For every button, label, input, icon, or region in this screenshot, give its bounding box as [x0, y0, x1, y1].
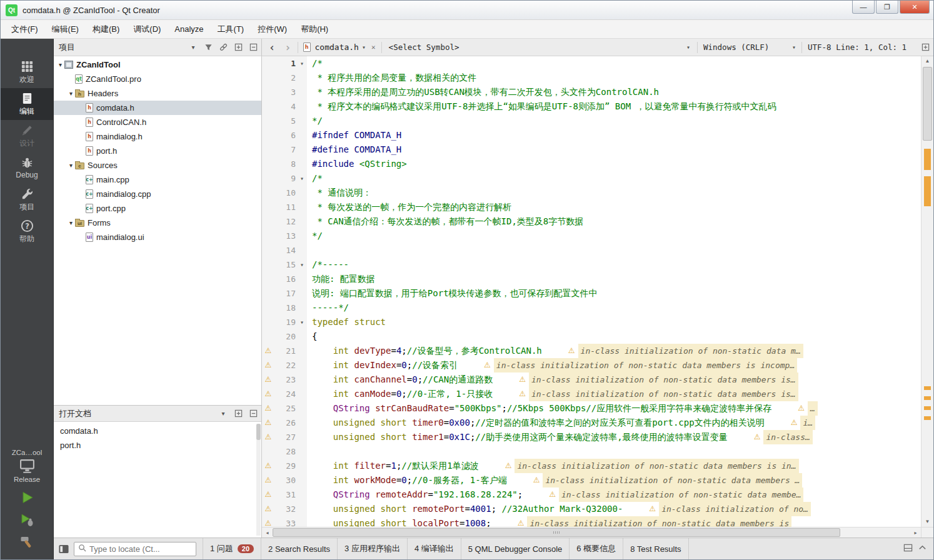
code-line-23[interactable]: ⚠23 int canChannel=0;//CAN的通道路数⚠in-class… — [262, 372, 921, 387]
tree-item[interactable]: hmaindialog.h — [54, 129, 261, 144]
tree-item[interactable]: hControlCAN.h — [54, 115, 261, 129]
code-line-25[interactable]: ⚠25 QString strCanBaudRate="500Kbps";//5… — [262, 401, 921, 416]
tree-item[interactable]: uimaindialog.ui — [54, 230, 261, 244]
code-line-30[interactable]: ⚠30 int workMode=0;//0-服务器, 1-客户端⚠in-cla… — [262, 473, 921, 488]
tree-item[interactable]: ▾ZCanIdTool — [54, 58, 261, 72]
output-pane-button-5[interactable]: 5 QML Debugger Console — [461, 538, 570, 559]
code-line-13[interactable]: 13*/ — [262, 229, 921, 243]
code-line-5[interactable]: 5*/ — [262, 114, 921, 128]
code-line-3[interactable]: 3 * 本程序采用的是周立功的USB转CAN模块，带有二次开发包，头文件为Con… — [262, 85, 921, 99]
run-button[interactable] — [19, 489, 35, 506]
sync-link-icon[interactable] — [218, 42, 229, 53]
scroll-right-icon[interactable]: ▸ — [910, 528, 921, 538]
expand-panel-icon[interactable] — [918, 543, 927, 554]
fold-marker-icon[interactable]: ▾ — [297, 258, 307, 272]
split-editor-icon[interactable] — [920, 42, 931, 53]
expand-arrow-icon[interactable]: ▾ — [67, 219, 75, 226]
title-bar[interactable]: Qt comdata.h @ ZCanIdTool - Qt Creator —… — [1, 1, 933, 20]
sidebar-toggle-icon[interactable] — [57, 542, 71, 555]
code-line-21[interactable]: ⚠21 int devType=4;//设备型号，参考ControlCAN.h⚠… — [262, 344, 921, 358]
code-line-7[interactable]: 7#define COMDATA_H — [262, 142, 921, 157]
symbol-selector[interactable]: <Select Symbol> ▾ — [385, 42, 694, 52]
tree-item[interactable]: qtZCanIdTool.pro — [54, 72, 261, 86]
code-line-19[interactable]: 19▾typedef struct — [262, 315, 921, 329]
menu-item-8[interactable]: 帮助(H) — [294, 21, 335, 38]
output-pane-button-4[interactable]: 4 编译输出 — [407, 538, 461, 559]
close-panel-icon[interactable] — [248, 42, 259, 53]
code-line-4[interactable]: 4 * 程序文本的编码格式建议采用UTF-8并选择上“如果编码是UTF-8则添加… — [262, 99, 921, 114]
output-pane-button-3[interactable]: 3 应用程序输出 — [337, 538, 407, 559]
code-line-33[interactable]: ⚠33 unsigned short localPort=1008;⚠in-cl… — [262, 516, 921, 527]
menu-item-2[interactable]: 编辑(E) — [45, 21, 86, 38]
menu-item-5[interactable]: Analyze — [168, 21, 210, 37]
mode-tab-欢迎[interactable]: 欢迎 — [1, 56, 53, 88]
tree-item[interactable]: hport.h — [54, 144, 261, 158]
code-line-32[interactable]: ⚠32 unsigned short remotePort=4001; //32… — [262, 502, 921, 516]
fold-marker-icon[interactable]: ▾ — [297, 56, 307, 71]
open-document-comdata.h[interactable]: comdata.h — [54, 424, 261, 438]
kit-selector[interactable]: ZCa…ool Release — [1, 445, 53, 484]
output-pane-button-6[interactable]: 6 概要信息 — [569, 538, 623, 559]
expand-arrow-icon[interactable]: ▾ — [67, 90, 75, 97]
mode-tab-项目[interactable]: 项目 — [1, 184, 53, 216]
output-pane-button-1[interactable]: 1 问题20 — [203, 538, 261, 559]
line-ending-selector[interactable]: Windows (CRLF) ▾ — [701, 42, 798, 52]
open-documents-scrollbar[interactable] — [256, 424, 261, 536]
output-pane-button-2[interactable]: 2 Search Results — [261, 538, 337, 559]
tree-item[interactable]: c+maindialog.cpp — [54, 187, 261, 201]
output-panes-icon[interactable] — [903, 543, 913, 554]
code-line-12[interactable]: 12 * CAN通信介绍：每次发送的帧，都带有一个帧ID,类型及8字节数据 — [262, 214, 921, 229]
expand-arrow-icon[interactable]: ▾ — [67, 162, 75, 169]
code-line-1[interactable]: 1▾/* — [262, 56, 921, 71]
build-button[interactable] — [19, 534, 35, 551]
code-line-16[interactable]: 16功能: 配置数据 — [262, 272, 921, 286]
close-button[interactable]: ✕ — [900, 1, 930, 14]
menu-item-6[interactable]: 工具(T) — [211, 21, 251, 38]
close-document-icon[interactable]: ✕ — [369, 43, 378, 51]
document-dropdown-icon[interactable]: ▾ — [362, 44, 366, 51]
code-line-24[interactable]: ⚠24 int canMode=0;//0-正常, 1-只接收⚠in-class… — [262, 387, 921, 401]
code-line-31[interactable]: ⚠31 QString remoteAddr="192.168.28.224";… — [262, 488, 921, 502]
forward-button[interactable]: › — [281, 40, 294, 55]
code-line-9[interactable]: 9▾/* — [262, 171, 921, 186]
code-line-8[interactable]: 8#include <QString> — [262, 157, 921, 171]
output-pane-button-7[interactable]: 8 Test Results — [623, 538, 688, 559]
fold-marker-icon[interactable]: ▾ — [297, 315, 307, 329]
code-line-18[interactable]: 18-----*/ — [262, 301, 921, 315]
filter-icon[interactable] — [203, 42, 214, 53]
expand-arrow-icon[interactable]: ▾ — [56, 61, 64, 68]
code-line-27[interactable]: ⚠27 unsigned short timer1=0x1C;//助手类使用这两… — [262, 430, 921, 444]
debug-run-button[interactable] — [19, 512, 35, 528]
split-panel-icon[interactable] — [233, 408, 244, 419]
tree-item[interactable]: hcomdata.h — [54, 101, 261, 115]
back-button[interactable]: ‹ — [266, 40, 278, 55]
tree-item[interactable]: ▾cSources — [54, 158, 261, 172]
code-area[interactable]: 1▾/*2 * 程序共用的全局变量，数据相关的文件3 * 本程序采用的是周立功的… — [262, 56, 921, 527]
tree-item[interactable]: ▾hHeaders — [54, 86, 261, 101]
project-panel-title[interactable]: 项目 — [59, 42, 75, 53]
scroll-down-icon[interactable]: ▼ — [921, 517, 933, 527]
locator-input[interactable] — [89, 544, 192, 554]
code-line-28[interactable]: 28 — [262, 444, 921, 459]
tree-item[interactable]: c+main.cpp — [54, 172, 261, 187]
menu-item-3[interactable]: 构建(B) — [86, 21, 126, 38]
code-line-15[interactable]: 15▾/*----- — [262, 258, 921, 272]
open-document-port.h[interactable]: port.h — [54, 438, 261, 452]
tree-item[interactable]: ▾uiForms — [54, 216, 261, 230]
editor-vertical-scrollbar[interactable]: ▲ ▼ — [921, 56, 933, 527]
mode-tab-帮助[interactable]: ?帮助 — [1, 216, 53, 248]
menu-item-4[interactable]: 调试(D) — [126, 21, 168, 38]
chevron-down-icon[interactable]: ▾ — [218, 408, 229, 419]
code-line-22[interactable]: ⚠22 int devIndex=0;//设备索引⚠in-class initi… — [262, 358, 921, 372]
tree-item[interactable]: c+port.cpp — [54, 201, 261, 216]
code-line-14[interactable]: 14 — [262, 243, 921, 258]
mode-tab-编辑[interactable]: 编辑 — [1, 88, 53, 120]
chevron-down-icon[interactable]: ▾ — [188, 42, 199, 53]
locator[interactable] — [74, 542, 196, 556]
menu-item-1[interactable]: 文件(F) — [4, 21, 45, 38]
close-panel-icon[interactable] — [248, 408, 259, 419]
scroll-up-icon[interactable]: ▲ — [921, 56, 933, 66]
code-line-29[interactable]: ⚠29 int filter=1;//默认采用1单滤波⚠in-class ini… — [262, 459, 921, 473]
code-line-26[interactable]: ⚠26 unsigned short timer0=0x00;//定时器的值和波… — [262, 416, 921, 430]
maximize-button[interactable]: ❐ — [876, 1, 898, 14]
